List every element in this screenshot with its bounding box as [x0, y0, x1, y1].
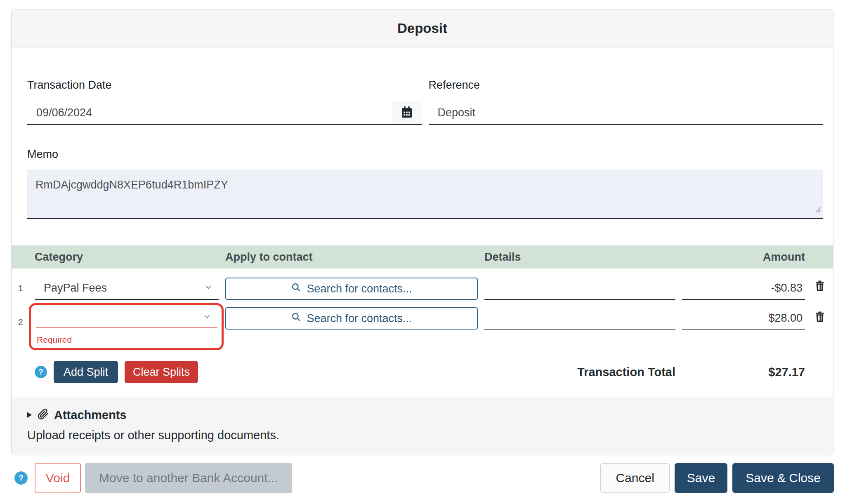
category-error-outline: Required: [29, 303, 224, 350]
row-number: 1: [17, 283, 28, 293]
category-select-row2[interactable]: [36, 307, 217, 328]
chevron-down-icon: [204, 282, 213, 294]
amount-input-row2[interactable]: $28.00: [682, 307, 805, 330]
contact-search-button-row1[interactable]: Search for contacts...: [225, 278, 478, 300]
help-icon[interactable]: ?: [35, 366, 47, 378]
splits-table-header: Category Apply to contact Details Amount: [12, 245, 833, 268]
amount-value: $28.00: [768, 312, 803, 325]
reference-label: Reference: [429, 78, 824, 92]
attachments-description: Upload receipts or other supporting docu…: [27, 429, 817, 442]
attachments-title: Attachments: [54, 408, 127, 422]
trash-icon: [814, 318, 826, 324]
resize-handle-icon[interactable]: [813, 203, 821, 216]
row-number: 2: [17, 317, 28, 327]
search-icon: [291, 312, 302, 325]
amount-value: -$0.83: [771, 282, 803, 294]
chevron-down-icon: [203, 311, 212, 324]
transaction-date-input[interactable]: 09/06/2024: [27, 101, 422, 125]
memo-label: Memo: [27, 147, 823, 161]
paperclip-icon: [37, 408, 49, 422]
details-input-row2[interactable]: [484, 307, 675, 330]
modal-header: Deposit: [12, 9, 833, 47]
delete-row-button-row1[interactable]: [814, 280, 826, 293]
column-header-amount: Amount: [763, 251, 805, 264]
column-header-contact: Apply to contact: [225, 251, 478, 264]
clear-splits-button[interactable]: Clear Splits: [125, 361, 198, 383]
split-row-1: 1 PayPal Fees Search for contacts... -$0…: [12, 277, 833, 300]
attachments-section: Attachments Upload receipts or other sup…: [12, 397, 833, 455]
memo-group: Memo RmDAjcgwddgN8XEP6tud4R1bmIPZY: [27, 147, 823, 219]
reference-value: Deposit: [429, 106, 476, 119]
deposit-modal: Deposit Transaction Date 09/06/2024 Refe…: [11, 9, 833, 455]
contact-search-placeholder: Search for contacts...: [307, 283, 412, 295]
reference-input[interactable]: Deposit: [429, 101, 824, 125]
save-and-close-button[interactable]: Save & Close: [732, 463, 834, 493]
cancel-button[interactable]: Cancel: [600, 463, 669, 493]
required-error-text: Required: [36, 335, 217, 345]
contact-search-button-row2[interactable]: Search for contacts...: [225, 307, 478, 330]
split-row-2: 2 Required Search for contacts...: [12, 306, 833, 350]
splits-section: Category Apply to contact Details Amount…: [12, 219, 833, 383]
add-split-button[interactable]: Add Split: [54, 361, 118, 383]
move-to-bank-account-button[interactable]: Move to another Bank Account...: [85, 463, 292, 493]
page-title: Deposit: [397, 21, 447, 36]
transaction-total-value: $27.17: [768, 365, 805, 379]
disclosure-triangle-icon: [27, 412, 32, 418]
transaction-date-label: Transaction Date: [27, 78, 422, 92]
reference-group: Reference Deposit: [429, 78, 824, 125]
attachments-toggle[interactable]: Attachments: [27, 408, 817, 422]
form-section: Transaction Date 09/06/2024 Reference De…: [12, 47, 833, 219]
search-icon: [291, 282, 302, 296]
transaction-total-label: Transaction Total: [577, 365, 675, 379]
column-header-category: Category: [35, 251, 219, 264]
splits-actions-row: ? Add Split Clear Splits Transaction Tot…: [12, 361, 833, 383]
void-button[interactable]: Void: [35, 463, 81, 493]
amount-input-row1[interactable]: -$0.83: [682, 277, 805, 300]
category-select-row1[interactable]: PayPal Fees: [35, 277, 219, 300]
transaction-date-group: Transaction Date 09/06/2024: [27, 78, 422, 125]
details-input-row1[interactable]: [484, 277, 675, 300]
category-value: PayPal Fees: [44, 282, 107, 294]
transaction-date-value: 09/06/2024: [27, 106, 92, 119]
help-icon[interactable]: ?: [14, 471, 28, 485]
delete-row-button-row2[interactable]: [814, 311, 826, 324]
save-button[interactable]: Save: [675, 463, 727, 493]
memo-textarea[interactable]: RmDAjcgwddgN8XEP6tud4R1bmIPZY: [27, 170, 823, 219]
contact-search-placeholder: Search for contacts...: [307, 312, 412, 325]
memo-value: RmDAjcgwddgN8XEP6tud4R1bmIPZY: [35, 179, 228, 191]
calendar-icon: [400, 106, 413, 120]
footer-bar: ? Void Move to another Bank Account... C…: [11, 463, 834, 493]
trash-icon: [814, 287, 826, 293]
column-header-details: Details: [484, 251, 675, 264]
calendar-button[interactable]: [392, 101, 422, 124]
